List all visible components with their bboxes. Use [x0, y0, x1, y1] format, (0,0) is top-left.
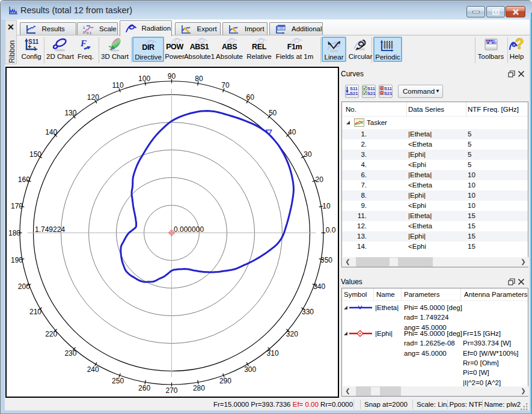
svg-text:350: 350	[320, 256, 332, 264]
svg-text:S21: S21	[350, 91, 358, 96]
svg-text:250: 250	[112, 377, 124, 385]
svg-text:50: 50	[269, 109, 277, 117]
svg-text:1: 1	[83, 26, 85, 29]
svg-text:40: 40	[288, 128, 296, 136]
svg-text:60: 60	[246, 93, 255, 102]
svg-text:S21: S21	[384, 91, 392, 96]
svg-text:110: 110	[112, 81, 124, 90]
svg-text:20: 20	[316, 175, 324, 184]
svg-text:320: 320	[286, 330, 298, 338]
svg-text:220: 220	[45, 330, 57, 338]
svg-text:90: 90	[168, 72, 176, 81]
svg-text:210: 210	[29, 308, 41, 316]
svg-text:260: 260	[138, 384, 150, 392]
svg-text:310: 310	[267, 349, 279, 358]
svg-text:F: F	[80, 38, 87, 48]
svg-text:300: 300	[244, 365, 256, 374]
svg-text:180: 180	[8, 229, 20, 237]
svg-text:150: 150	[29, 150, 41, 159]
svg-text:30: 30	[304, 150, 312, 159]
svg-text:190: 190	[11, 256, 23, 264]
svg-text:140: 140	[45, 128, 57, 136]
svg-text:+ -: + -	[28, 43, 35, 50]
svg-text:0: 0	[83, 31, 85, 34]
svg-text:0.0: 0.0	[326, 226, 336, 234]
svg-text:330: 330	[302, 308, 314, 316]
svg-text:130: 130	[64, 109, 76, 117]
svg-text:0.000000: 0.000000	[174, 225, 204, 234]
svg-text:230: 230	[64, 349, 76, 358]
svg-text:290: 290	[219, 377, 231, 385]
svg-text:70: 70	[221, 81, 230, 90]
svg-text:170: 170	[11, 202, 23, 210]
svg-text:80: 80	[195, 75, 203, 83]
svg-text:240: 240	[87, 365, 99, 374]
svg-text:200: 200	[18, 282, 30, 291]
svg-text:100: 100	[138, 75, 150, 83]
svg-text:340: 340	[313, 282, 325, 291]
svg-text:120: 120	[87, 93, 99, 102]
svg-text:10: 10	[322, 202, 331, 210]
svg-text:280: 280	[193, 384, 205, 392]
svg-text:S21: S21	[367, 91, 375, 96]
svg-text:270: 270	[165, 386, 177, 395]
svg-text:1.749224: 1.749224	[35, 225, 65, 234]
svg-text:160: 160	[18, 175, 30, 184]
